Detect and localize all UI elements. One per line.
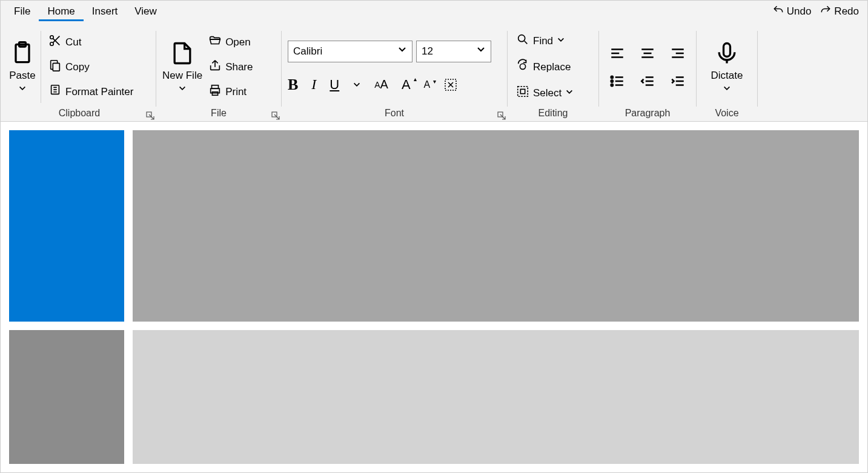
svg-rect-15 (518, 87, 528, 97)
bold-button[interactable]: B (288, 76, 298, 94)
cut-button[interactable]: Cut (46, 33, 136, 51)
select-icon (516, 85, 529, 101)
svg-point-13 (518, 35, 525, 42)
increase-indent-button[interactable] (668, 71, 687, 91)
undo-icon (772, 4, 784, 19)
font-name-dropdown[interactable]: Calibri (288, 41, 412, 62)
format-painter-label: Format Painter (65, 86, 133, 98)
tab-view[interactable]: View (126, 2, 165, 21)
format-painter-icon (48, 84, 62, 100)
clipboard-launcher[interactable] (146, 111, 154, 120)
format-painter-button[interactable]: Format Painter (46, 82, 136, 101)
chevron-down-icon (397, 45, 407, 58)
paste-button[interactable]: Paste (9, 40, 36, 94)
replace-button[interactable]: Replace (514, 58, 576, 76)
align-right-button[interactable] (668, 44, 687, 63)
underline-button[interactable]: U (330, 77, 339, 93)
redo-label: Redo (834, 5, 859, 18)
group-label-paragraph: Paragraph (605, 105, 690, 120)
nav-panel-selected[interactable] (9, 130, 124, 322)
chevron-down-icon (557, 35, 565, 47)
align-center-button[interactable] (638, 44, 657, 63)
svg-point-14 (520, 64, 525, 69)
print-button[interactable]: Print (206, 82, 255, 101)
font-name-value: Calibri (293, 45, 322, 58)
print-label: Print (225, 86, 247, 98)
svg-rect-16 (520, 89, 525, 93)
undo-button[interactable]: Undo (772, 4, 812, 19)
tab-file[interactable]: File (5, 2, 39, 21)
svg-point-18 (611, 80, 613, 82)
chevron-down-icon (476, 45, 486, 58)
dictate-button[interactable]: Dictate (711, 40, 743, 94)
group-label-voice: Voice (703, 105, 751, 120)
select-label: Select (533, 87, 562, 99)
cut-label: Cut (65, 36, 81, 48)
svg-point-19 (611, 84, 613, 85)
svg-rect-4 (53, 63, 59, 71)
find-label: Find (533, 35, 553, 47)
redo-button[interactable]: Redo (820, 4, 859, 19)
file-icon (169, 40, 196, 68)
clear-formatting-button[interactable] (443, 78, 458, 92)
new-file-label: New File (162, 70, 202, 82)
svg-point-17 (611, 76, 613, 78)
group-label-file: File (162, 105, 275, 120)
new-file-button[interactable]: New File (162, 40, 202, 94)
align-left-button[interactable] (608, 44, 627, 63)
folder-open-icon (208, 34, 222, 50)
main-panel-bottom (133, 330, 859, 464)
svg-rect-20 (723, 43, 730, 56)
open-label: Open (225, 36, 251, 48)
italic-button[interactable]: I (311, 76, 316, 93)
chevron-down-icon (723, 84, 731, 94)
redo-icon (820, 4, 832, 19)
decrease-indent-button[interactable] (638, 71, 657, 91)
replace-label: Replace (533, 61, 571, 73)
share-label: Share (225, 61, 253, 73)
grow-font-button[interactable]: A (402, 77, 411, 93)
search-icon (516, 33, 529, 49)
file-launcher[interactable] (271, 111, 280, 120)
group-label-clipboard: Clipboard (9, 105, 150, 120)
bullet-list-button[interactable] (608, 71, 627, 91)
find-button[interactable]: Find (514, 31, 576, 50)
undo-label: Undo (787, 5, 812, 18)
chevron-down-icon (565, 87, 574, 99)
open-button[interactable]: Open (206, 33, 255, 51)
microphone-icon (714, 40, 740, 68)
main-panel-top (133, 130, 859, 322)
font-launcher[interactable] (497, 111, 506, 120)
change-case-button[interactable]: AA (374, 78, 388, 91)
font-size-dropdown[interactable]: 12 (416, 41, 491, 62)
print-icon (208, 84, 222, 100)
select-button[interactable]: Select (514, 84, 576, 102)
paste-icon (9, 40, 36, 68)
tab-home[interactable]: Home (39, 2, 83, 21)
share-icon (208, 59, 222, 75)
replace-icon (516, 59, 529, 75)
shrink-font-button[interactable]: A (424, 79, 431, 90)
tab-insert[interactable]: Insert (84, 2, 127, 21)
font-size-value: 12 (422, 45, 433, 58)
svg-point-3 (50, 36, 54, 39)
paste-label: Paste (9, 70, 35, 82)
dictate-label: Dictate (711, 70, 743, 82)
copy-button[interactable]: Copy (46, 58, 136, 76)
group-label-font: Font (288, 105, 501, 120)
svg-point-2 (50, 42, 54, 46)
svg-rect-9 (213, 92, 218, 96)
chevron-down-icon (18, 84, 27, 94)
copy-label: Copy (65, 61, 90, 73)
chevron-down-icon (178, 84, 187, 94)
copy-icon (48, 59, 62, 75)
scissors-icon (48, 34, 62, 50)
nav-panel-2[interactable] (9, 330, 124, 464)
group-label-editing: Editing (514, 105, 592, 120)
underline-dropdown[interactable] (353, 81, 361, 89)
share-button[interactable]: Share (206, 58, 255, 76)
